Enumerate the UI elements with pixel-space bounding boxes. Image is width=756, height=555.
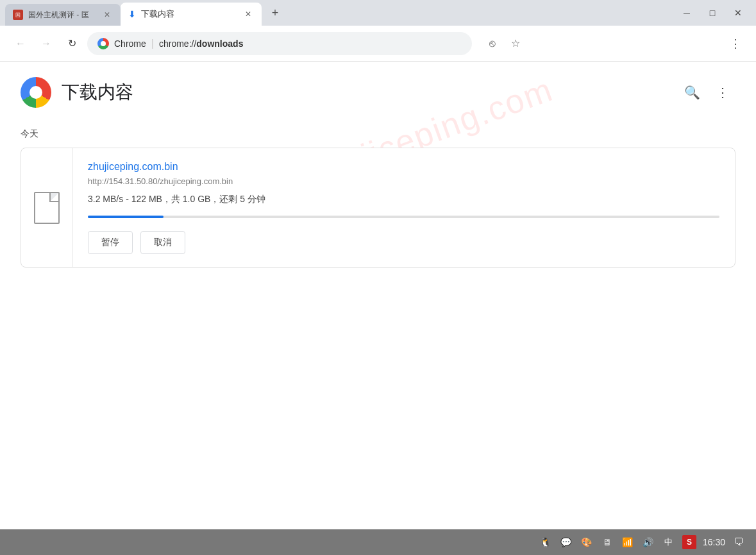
lang-label: 中	[664, 536, 673, 548]
input-method-label: S	[687, 538, 692, 547]
address-actions: ⎋ ☆	[482, 33, 526, 54]
share-button[interactable]: ⎋	[482, 33, 503, 54]
address-bar: ← → ↻ Chrome | chrome://downloads ⎋ ☆ ⋮	[0, 26, 756, 62]
new-tab-button[interactable]: +	[264, 2, 286, 24]
download-details: zhujiceping.com.bin http://154.31.50.80/…	[72, 148, 735, 267]
back-button[interactable]: ←	[10, 33, 31, 54]
download-url: http://154.31.50.80/zhujiceping.com.bin	[88, 176, 719, 186]
taskbar-display-icon[interactable]: 🖥	[600, 535, 614, 549]
search-icon: 🔍	[684, 85, 700, 100]
taskbar-time: 16:30	[703, 537, 725, 547]
tab-inactive[interactable]: 国 国外主机测评 - 匡 ✕	[5, 4, 121, 26]
browser-menu-button[interactable]: ⋮	[725, 33, 746, 54]
download-buttons: 暂停 取消	[88, 231, 719, 254]
page-actions: 🔍 ⋮	[679, 80, 735, 105]
window-controls: ─ □ ✕	[679, 5, 751, 21]
taskbar-notification-icon[interactable]: 🗨	[732, 535, 746, 549]
download-thumbnail	[21, 148, 72, 267]
tab-inactive-label: 国外主机测评 - 匡	[28, 10, 89, 21]
page-content: 下载内容 🔍 ⋮ zhujiceping.com 今天 zhujiceping.…	[0, 62, 756, 529]
taskbar-lang-icon[interactable]: 中	[662, 535, 676, 549]
download-filename[interactable]: zhujiceping.com.bin	[88, 161, 719, 173]
chrome-logo	[21, 77, 51, 108]
tab-active[interactable]: ⬇ 下载内容 ✕	[121, 3, 262, 26]
cancel-button[interactable]: 取消	[140, 231, 185, 254]
sound-icon: 🔊	[643, 537, 653, 547]
url-display: chrome://downloads	[159, 38, 243, 49]
download-tab-icon: ⬇	[128, 9, 136, 19]
forward-icon: →	[41, 38, 51, 49]
chrome-security-icon	[97, 38, 109, 49]
browser-name-label: Chrome	[114, 38, 146, 49]
tab-inactive-icon: 国	[13, 10, 23, 20]
url-bar[interactable]: Chrome | chrome://downloads	[87, 32, 472, 55]
tab-active-close[interactable]: ✕	[242, 8, 254, 20]
url-separator: |	[151, 38, 154, 49]
taskbar-penguin-icon[interactable]: 🐧	[539, 535, 553, 549]
tab-active-label: 下载内容	[141, 8, 174, 20]
tab-inactive-close[interactable]: ✕	[101, 9, 113, 21]
section-label-today: 今天	[0, 123, 756, 148]
taskbar-wechat-icon[interactable]: 💬	[559, 535, 573, 549]
more-icon: ⋮	[716, 85, 729, 100]
file-icon	[34, 192, 60, 224]
wifi-icon: 📶	[622, 537, 633, 547]
page-title: 下载内容	[62, 80, 133, 105]
restore-button[interactable]: □	[705, 5, 720, 21]
taskbar-color-icon[interactable]: 🎨	[580, 535, 594, 549]
taskbar-sound-icon[interactable]: 🔊	[641, 535, 655, 549]
forward-button[interactable]: →	[36, 33, 56, 54]
taskbar-system-icons: 🐧 💬 🎨 🖥 📶 🔊 中 S 16:30 🗨	[539, 535, 746, 549]
pause-button[interactable]: 暂停	[88, 231, 133, 254]
download-item: zhujiceping.com.bin http://154.31.50.80/…	[21, 148, 735, 268]
search-button[interactable]: 🔍	[679, 80, 705, 105]
star-icon: ☆	[511, 37, 520, 49]
taskbar: 🐧 💬 🎨 🖥 📶 🔊 中 S 16:30 🗨	[0, 529, 756, 555]
penguin-icon: 🐧	[540, 537, 551, 547]
download-status: 3.2 MB/s - 122 MB，共 1.0 GB，还剩 5 分钟	[88, 194, 719, 205]
url-path-highlight: downloads	[196, 38, 243, 49]
progress-bar-fill	[88, 216, 164, 218]
kebab-menu-icon: ⋮	[730, 37, 741, 51]
progress-bar-background	[88, 216, 719, 218]
back-icon: ←	[15, 38, 26, 49]
minimize-button[interactable]: ─	[679, 5, 694, 21]
close-button[interactable]: ✕	[730, 5, 746, 21]
reload-icon: ↻	[68, 37, 76, 49]
title-bar: 国 国外主机测评 - 匡 ✕ ⬇ 下载内容 ✕ + ─ □ ✕	[0, 0, 756, 26]
reload-button[interactable]: ↻	[62, 33, 82, 54]
notification-icon: 🗨	[734, 536, 744, 548]
taskbar-wifi-icon[interactable]: 📶	[621, 535, 635, 549]
page-header: 下载内容 🔍 ⋮	[0, 62, 756, 123]
bookmark-button[interactable]: ☆	[505, 33, 526, 54]
page-menu-button[interactable]: ⋮	[710, 80, 735, 105]
taskbar-input-icon[interactable]: S	[682, 535, 696, 549]
share-icon: ⎋	[489, 38, 496, 49]
wechat-icon: 💬	[560, 537, 571, 547]
color-icon: 🎨	[581, 537, 592, 547]
display-icon: 🖥	[603, 537, 612, 547]
